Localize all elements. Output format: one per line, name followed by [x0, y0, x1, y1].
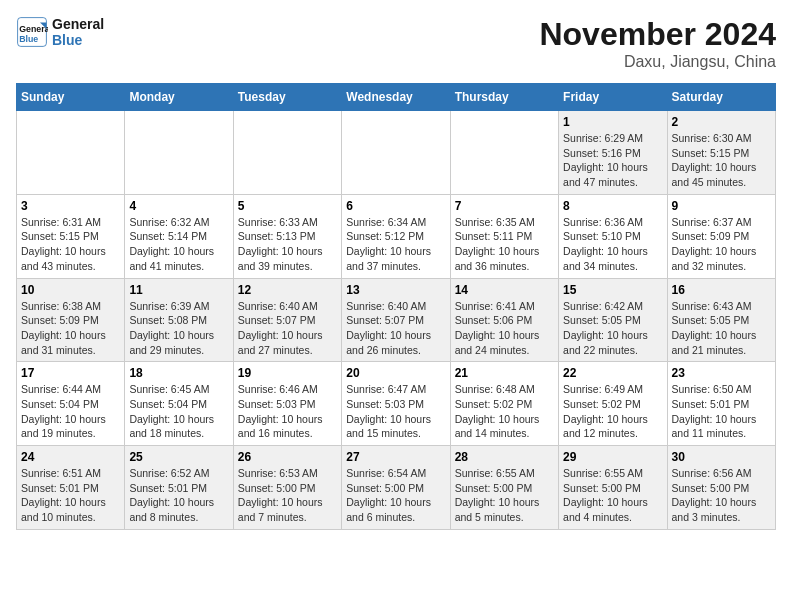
calendar-header: SundayMondayTuesdayWednesdayThursdayFrid… [17, 84, 776, 111]
page-header: General Blue General Blue November 2024 … [16, 16, 776, 71]
day-info: Sunrise: 6:34 AM Sunset: 5:12 PM Dayligh… [346, 215, 445, 274]
day-number: 22 [563, 366, 662, 380]
calendar-week-row: 1Sunrise: 6:29 AM Sunset: 5:16 PM Daylig… [17, 111, 776, 195]
day-number: 24 [21, 450, 120, 464]
calendar-week-row: 17Sunrise: 6:44 AM Sunset: 5:04 PM Dayli… [17, 362, 776, 446]
day-number: 23 [672, 366, 771, 380]
logo-text-general: General [52, 16, 104, 32]
day-number: 18 [129, 366, 228, 380]
calendar-cell [342, 111, 450, 195]
day-number: 11 [129, 283, 228, 297]
day-number: 14 [455, 283, 554, 297]
day-info: Sunrise: 6:38 AM Sunset: 5:09 PM Dayligh… [21, 299, 120, 358]
day-info: Sunrise: 6:33 AM Sunset: 5:13 PM Dayligh… [238, 215, 337, 274]
calendar-cell: 1Sunrise: 6:29 AM Sunset: 5:16 PM Daylig… [559, 111, 667, 195]
day-number: 7 [455, 199, 554, 213]
day-info: Sunrise: 6:50 AM Sunset: 5:01 PM Dayligh… [672, 382, 771, 441]
day-number: 5 [238, 199, 337, 213]
day-info: Sunrise: 6:55 AM Sunset: 5:00 PM Dayligh… [455, 466, 554, 525]
day-info: Sunrise: 6:40 AM Sunset: 5:07 PM Dayligh… [238, 299, 337, 358]
calendar-cell: 14Sunrise: 6:41 AM Sunset: 5:06 PM Dayli… [450, 278, 558, 362]
day-info: Sunrise: 6:45 AM Sunset: 5:04 PM Dayligh… [129, 382, 228, 441]
day-number: 27 [346, 450, 445, 464]
day-number: 2 [672, 115, 771, 129]
calendar-cell: 10Sunrise: 6:38 AM Sunset: 5:09 PM Dayli… [17, 278, 125, 362]
day-info: Sunrise: 6:47 AM Sunset: 5:03 PM Dayligh… [346, 382, 445, 441]
day-number: 28 [455, 450, 554, 464]
calendar-cell [450, 111, 558, 195]
calendar-cell: 11Sunrise: 6:39 AM Sunset: 5:08 PM Dayli… [125, 278, 233, 362]
weekday-header: Monday [125, 84, 233, 111]
calendar-week-row: 10Sunrise: 6:38 AM Sunset: 5:09 PM Dayli… [17, 278, 776, 362]
day-number: 16 [672, 283, 771, 297]
day-number: 4 [129, 199, 228, 213]
title-block: November 2024 Daxu, Jiangsu, China [539, 16, 776, 71]
calendar-table: SundayMondayTuesdayWednesdayThursdayFrid… [16, 83, 776, 530]
svg-text:Blue: Blue [19, 34, 38, 44]
day-info: Sunrise: 6:52 AM Sunset: 5:01 PM Dayligh… [129, 466, 228, 525]
page-subtitle: Daxu, Jiangsu, China [539, 53, 776, 71]
day-info: Sunrise: 6:36 AM Sunset: 5:10 PM Dayligh… [563, 215, 662, 274]
page-title: November 2024 [539, 16, 776, 53]
calendar-cell: 19Sunrise: 6:46 AM Sunset: 5:03 PM Dayli… [233, 362, 341, 446]
calendar-cell: 21Sunrise: 6:48 AM Sunset: 5:02 PM Dayli… [450, 362, 558, 446]
day-number: 19 [238, 366, 337, 380]
weekday-header: Thursday [450, 84, 558, 111]
calendar-cell: 8Sunrise: 6:36 AM Sunset: 5:10 PM Daylig… [559, 194, 667, 278]
calendar-cell: 22Sunrise: 6:49 AM Sunset: 5:02 PM Dayli… [559, 362, 667, 446]
day-info: Sunrise: 6:48 AM Sunset: 5:02 PM Dayligh… [455, 382, 554, 441]
calendar-cell: 27Sunrise: 6:54 AM Sunset: 5:00 PM Dayli… [342, 446, 450, 530]
day-number: 1 [563, 115, 662, 129]
day-info: Sunrise: 6:40 AM Sunset: 5:07 PM Dayligh… [346, 299, 445, 358]
calendar-cell: 25Sunrise: 6:52 AM Sunset: 5:01 PM Dayli… [125, 446, 233, 530]
day-number: 26 [238, 450, 337, 464]
weekday-header: Sunday [17, 84, 125, 111]
day-number: 3 [21, 199, 120, 213]
day-info: Sunrise: 6:29 AM Sunset: 5:16 PM Dayligh… [563, 131, 662, 190]
day-number: 21 [455, 366, 554, 380]
day-info: Sunrise: 6:53 AM Sunset: 5:00 PM Dayligh… [238, 466, 337, 525]
weekday-header: Saturday [667, 84, 775, 111]
calendar-cell: 6Sunrise: 6:34 AM Sunset: 5:12 PM Daylig… [342, 194, 450, 278]
calendar-cell: 5Sunrise: 6:33 AM Sunset: 5:13 PM Daylig… [233, 194, 341, 278]
calendar-cell [125, 111, 233, 195]
calendar-cell: 2Sunrise: 6:30 AM Sunset: 5:15 PM Daylig… [667, 111, 775, 195]
day-number: 12 [238, 283, 337, 297]
calendar-cell: 4Sunrise: 6:32 AM Sunset: 5:14 PM Daylig… [125, 194, 233, 278]
day-info: Sunrise: 6:44 AM Sunset: 5:04 PM Dayligh… [21, 382, 120, 441]
day-info: Sunrise: 6:49 AM Sunset: 5:02 PM Dayligh… [563, 382, 662, 441]
calendar-cell: 20Sunrise: 6:47 AM Sunset: 5:03 PM Dayli… [342, 362, 450, 446]
weekday-header: Friday [559, 84, 667, 111]
weekday-header: Tuesday [233, 84, 341, 111]
day-number: 8 [563, 199, 662, 213]
calendar-cell: 29Sunrise: 6:55 AM Sunset: 5:00 PM Dayli… [559, 446, 667, 530]
calendar-cell: 16Sunrise: 6:43 AM Sunset: 5:05 PM Dayli… [667, 278, 775, 362]
calendar-cell: 17Sunrise: 6:44 AM Sunset: 5:04 PM Dayli… [17, 362, 125, 446]
weekday-header: Wednesday [342, 84, 450, 111]
day-info: Sunrise: 6:30 AM Sunset: 5:15 PM Dayligh… [672, 131, 771, 190]
day-number: 9 [672, 199, 771, 213]
day-number: 15 [563, 283, 662, 297]
day-info: Sunrise: 6:56 AM Sunset: 5:00 PM Dayligh… [672, 466, 771, 525]
calendar-cell: 28Sunrise: 6:55 AM Sunset: 5:00 PM Dayli… [450, 446, 558, 530]
calendar-cell [17, 111, 125, 195]
day-number: 6 [346, 199, 445, 213]
day-info: Sunrise: 6:37 AM Sunset: 5:09 PM Dayligh… [672, 215, 771, 274]
calendar-cell: 9Sunrise: 6:37 AM Sunset: 5:09 PM Daylig… [667, 194, 775, 278]
calendar-cell: 26Sunrise: 6:53 AM Sunset: 5:00 PM Dayli… [233, 446, 341, 530]
day-info: Sunrise: 6:43 AM Sunset: 5:05 PM Dayligh… [672, 299, 771, 358]
calendar-cell: 15Sunrise: 6:42 AM Sunset: 5:05 PM Dayli… [559, 278, 667, 362]
day-number: 13 [346, 283, 445, 297]
day-info: Sunrise: 6:55 AM Sunset: 5:00 PM Dayligh… [563, 466, 662, 525]
calendar-week-row: 3Sunrise: 6:31 AM Sunset: 5:15 PM Daylig… [17, 194, 776, 278]
logo-icon: General Blue [16, 16, 48, 48]
calendar-cell: 24Sunrise: 6:51 AM Sunset: 5:01 PM Dayli… [17, 446, 125, 530]
day-number: 20 [346, 366, 445, 380]
day-info: Sunrise: 6:42 AM Sunset: 5:05 PM Dayligh… [563, 299, 662, 358]
day-number: 30 [672, 450, 771, 464]
calendar-cell [233, 111, 341, 195]
day-info: Sunrise: 6:31 AM Sunset: 5:15 PM Dayligh… [21, 215, 120, 274]
calendar-cell: 23Sunrise: 6:50 AM Sunset: 5:01 PM Dayli… [667, 362, 775, 446]
calendar-week-row: 24Sunrise: 6:51 AM Sunset: 5:01 PM Dayli… [17, 446, 776, 530]
day-info: Sunrise: 6:32 AM Sunset: 5:14 PM Dayligh… [129, 215, 228, 274]
